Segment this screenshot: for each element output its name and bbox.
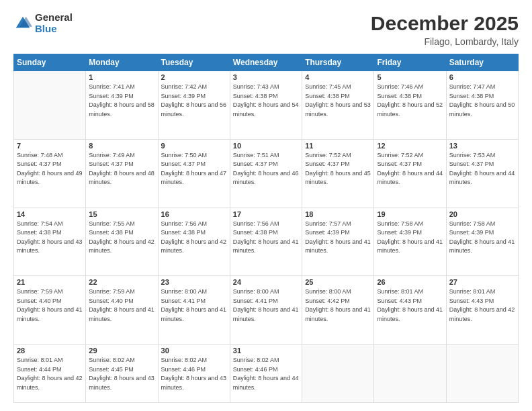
day-info: Sunrise: 7:43 AMSunset: 4:38 PMDaylight:… [233, 83, 299, 119]
day-info: Sunrise: 8:01 AMSunset: 4:43 PMDaylight:… [377, 287, 443, 324]
table-row [302, 345, 374, 403]
day-info: Sunrise: 7:58 AMSunset: 4:39 PMDaylight:… [449, 220, 515, 256]
table-row [14, 71, 86, 140]
calendar: Sunday Monday Tuesday Wednesday Thursday… [13, 54, 519, 403]
day-number: 19 [377, 210, 443, 218]
table-row: 15Sunrise: 7:55 AMSunset: 4:38 PMDayligh… [86, 208, 158, 276]
table-row: 10Sunrise: 7:51 AMSunset: 4:37 PMDayligh… [230, 139, 302, 208]
day-number: 13 [449, 142, 515, 150]
title-block: December 2025 Filago, Lombardy, Italy [371, 12, 519, 47]
table-row: 26Sunrise: 8:01 AMSunset: 4:43 PMDayligh… [374, 276, 446, 345]
day-number: 1 [89, 73, 154, 81]
day-info: Sunrise: 7:50 AMSunset: 4:37 PMDaylight:… [161, 151, 227, 187]
header-friday: Friday [374, 54, 446, 71]
day-number: 30 [161, 347, 227, 355]
day-number: 18 [305, 210, 371, 218]
day-info: Sunrise: 7:56 AMSunset: 4:38 PMDaylight:… [233, 220, 299, 256]
day-info: Sunrise: 8:00 AMSunset: 4:41 PMDaylight:… [161, 287, 227, 324]
day-number: 20 [449, 210, 515, 218]
table-row [446, 345, 518, 403]
header-sunday: Sunday [14, 54, 86, 71]
logo: General Blue [13, 12, 73, 34]
day-info: Sunrise: 7:53 AMSunset: 4:37 PMDaylight:… [449, 151, 515, 187]
logo-blue: Blue [35, 24, 73, 35]
header-wednesday: Wednesday [230, 54, 302, 71]
day-number: 14 [17, 210, 83, 218]
day-info: Sunrise: 7:52 AMSunset: 4:37 PMDaylight:… [305, 151, 371, 187]
page: General Blue December 2025 Filago, Lomba… [0, 0, 532, 411]
table-row: 27Sunrise: 8:01 AMSunset: 4:43 PMDayligh… [446, 276, 518, 345]
header-saturday: Saturday [446, 54, 518, 71]
day-info: Sunrise: 7:41 AMSunset: 4:39 PMDaylight:… [89, 83, 154, 119]
day-info: Sunrise: 8:00 AMSunset: 4:41 PMDaylight:… [233, 287, 299, 324]
day-info: Sunrise: 7:47 AMSunset: 4:38 PMDaylight:… [449, 83, 515, 119]
day-info: Sunrise: 8:01 AMSunset: 4:43 PMDaylight:… [449, 287, 515, 324]
table-row: 11Sunrise: 7:52 AMSunset: 4:37 PMDayligh… [302, 139, 374, 208]
table-row: 21Sunrise: 7:59 AMSunset: 4:40 PMDayligh… [14, 276, 86, 345]
table-row: 12Sunrise: 7:52 AMSunset: 4:37 PMDayligh… [374, 139, 446, 208]
day-number: 5 [377, 73, 443, 81]
table-row: 5Sunrise: 7:46 AMSunset: 4:38 PMDaylight… [374, 71, 446, 140]
table-row: 18Sunrise: 7:57 AMSunset: 4:39 PMDayligh… [302, 208, 374, 276]
day-number: 4 [305, 73, 371, 81]
month-title: December 2025 [371, 12, 519, 35]
day-number: 26 [377, 278, 443, 286]
table-row: 13Sunrise: 7:53 AMSunset: 4:37 PMDayligh… [446, 139, 518, 208]
day-number: 9 [161, 142, 227, 150]
table-row: 4Sunrise: 7:45 AMSunset: 4:38 PMDaylight… [302, 71, 374, 140]
day-info: Sunrise: 8:01 AMSunset: 4:44 PMDaylight:… [17, 356, 83, 392]
day-number: 3 [233, 73, 299, 81]
day-number: 25 [305, 278, 371, 286]
table-row: 1Sunrise: 7:41 AMSunset: 4:39 PMDaylight… [86, 71, 158, 140]
day-number: 28 [17, 347, 83, 355]
table-row [374, 345, 446, 403]
day-number: 27 [449, 278, 515, 286]
day-info: Sunrise: 7:57 AMSunset: 4:39 PMDaylight:… [305, 220, 371, 256]
day-info: Sunrise: 7:45 AMSunset: 4:38 PMDaylight:… [305, 83, 371, 119]
day-number: 22 [89, 278, 154, 286]
table-row: 7Sunrise: 7:48 AMSunset: 4:37 PMDaylight… [14, 139, 86, 208]
weekday-header-row: Sunday Monday Tuesday Wednesday Thursday… [14, 54, 519, 71]
table-row: 25Sunrise: 8:00 AMSunset: 4:42 PMDayligh… [302, 276, 374, 345]
header-tuesday: Tuesday [158, 54, 230, 71]
table-row: 6Sunrise: 7:47 AMSunset: 4:38 PMDaylight… [446, 71, 518, 140]
day-number: 6 [449, 73, 515, 81]
day-info: Sunrise: 7:59 AMSunset: 4:40 PMDaylight:… [89, 287, 154, 324]
table-row: 29Sunrise: 8:02 AMSunset: 4:45 PMDayligh… [86, 345, 158, 403]
day-number: 11 [305, 142, 371, 150]
table-row: 22Sunrise: 7:59 AMSunset: 4:40 PMDayligh… [86, 276, 158, 345]
table-row: 9Sunrise: 7:50 AMSunset: 4:37 PMDaylight… [158, 139, 230, 208]
table-row: 19Sunrise: 7:58 AMSunset: 4:39 PMDayligh… [374, 208, 446, 276]
day-number: 31 [233, 347, 299, 355]
table-row: 3Sunrise: 7:43 AMSunset: 4:38 PMDaylight… [230, 71, 302, 140]
day-info: Sunrise: 7:56 AMSunset: 4:38 PMDaylight:… [161, 220, 227, 256]
day-info: Sunrise: 7:52 AMSunset: 4:37 PMDaylight:… [377, 151, 443, 187]
day-number: 15 [89, 210, 154, 218]
logo-general: General [35, 12, 73, 24]
day-number: 12 [377, 142, 443, 150]
day-number: 7 [17, 142, 83, 150]
day-info: Sunrise: 7:55 AMSunset: 4:38 PMDaylight:… [89, 220, 154, 256]
day-info: Sunrise: 7:58 AMSunset: 4:39 PMDaylight:… [377, 220, 443, 256]
day-number: 8 [89, 142, 154, 150]
header-monday: Monday [86, 54, 158, 71]
header: General Blue December 2025 Filago, Lomba… [13, 12, 519, 47]
day-info: Sunrise: 8:02 AMSunset: 4:46 PMDaylight:… [233, 356, 299, 392]
day-number: 16 [161, 210, 227, 218]
day-info: Sunrise: 8:00 AMSunset: 4:42 PMDaylight:… [305, 287, 371, 324]
day-info: Sunrise: 7:59 AMSunset: 4:40 PMDaylight:… [17, 287, 83, 324]
logo-text: General Blue [35, 12, 73, 34]
table-row: 23Sunrise: 8:00 AMSunset: 4:41 PMDayligh… [158, 276, 230, 345]
location: Filago, Lombardy, Italy [371, 36, 519, 47]
table-row: 24Sunrise: 8:00 AMSunset: 4:41 PMDayligh… [230, 276, 302, 345]
table-row: 8Sunrise: 7:49 AMSunset: 4:37 PMDaylight… [86, 139, 158, 208]
day-number: 24 [233, 278, 299, 286]
table-row: 20Sunrise: 7:58 AMSunset: 4:39 PMDayligh… [446, 208, 518, 276]
day-info: Sunrise: 7:42 AMSunset: 4:39 PMDaylight:… [161, 83, 227, 119]
header-thursday: Thursday [302, 54, 374, 71]
day-info: Sunrise: 7:46 AMSunset: 4:38 PMDaylight:… [377, 83, 443, 119]
table-row: 31Sunrise: 8:02 AMSunset: 4:46 PMDayligh… [230, 345, 302, 403]
table-row: 28Sunrise: 8:01 AMSunset: 4:44 PMDayligh… [14, 345, 86, 403]
day-number: 29 [89, 347, 154, 355]
day-number: 10 [233, 142, 299, 150]
